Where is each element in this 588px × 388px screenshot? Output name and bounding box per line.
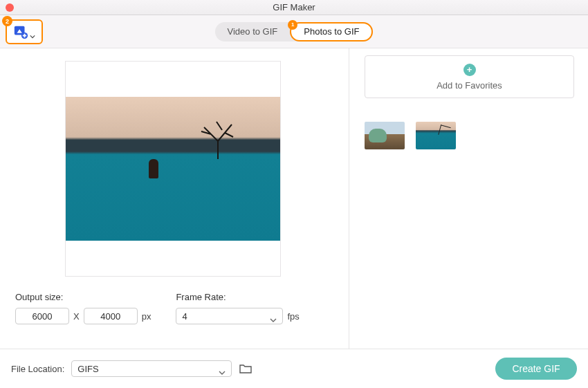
close-window-button[interactable] (6, 3, 14, 12)
chevron-down-icon (30, 29, 35, 35)
fps-unit: fps (287, 311, 299, 322)
tree-silhouette-icon (197, 118, 239, 159)
add-to-favorites-button[interactable]: + Add to Favorites (365, 55, 574, 98)
frame-rate-select[interactable]: 4 (176, 308, 283, 324)
bottom-bar: File Location: GIFS Create GIF (0, 349, 588, 388)
folder-icon (239, 362, 252, 376)
output-size-label: Output size: (15, 292, 151, 302)
main-area: Output size: X px Frame Rate: 4 (0, 48, 588, 349)
create-gif-button[interactable]: Create GIF (495, 358, 577, 380)
plus-icon: + (463, 64, 476, 76)
output-height-input[interactable] (84, 308, 138, 324)
thumbnail-item[interactable] (365, 122, 405, 149)
size-unit: px (142, 311, 151, 322)
favorites-label: Add to Favorites (437, 80, 502, 91)
window-title: GIF Maker (273, 2, 315, 12)
preview-frame (65, 61, 281, 277)
left-pane: Output size: X px Frame Rate: 4 (0, 48, 349, 349)
toolbar: 2 Video to GIF 1 Photos to GIF (0, 15, 588, 48)
add-media-icon (13, 24, 28, 39)
thumbnail-item[interactable] (416, 122, 456, 149)
controls-row: Output size: X px Frame Rate: 4 (15, 292, 333, 324)
output-width-input[interactable] (15, 308, 69, 324)
chevron-down-icon (219, 367, 226, 371)
open-folder-button[interactable] (239, 362, 252, 376)
frame-rate-group: Frame Rate: 4 fps (176, 292, 299, 324)
frame-rate-label: Frame Rate: (176, 292, 299, 302)
svg-rect-4 (23, 35, 27, 37)
thumbnail-list (365, 122, 574, 149)
tab-video-to-gif[interactable]: Video to GIF (215, 22, 291, 41)
upload-media-button[interactable]: 2 (6, 19, 43, 44)
file-location-value: GIFS (77, 364, 98, 374)
photos-step-badge: 1 (288, 20, 297, 30)
chevron-down-icon (270, 314, 277, 318)
output-size-group: Output size: X px (15, 292, 151, 324)
tab-photos-label: Photos to GIF (304, 26, 359, 37)
person-silhouette-icon (149, 159, 158, 178)
frame-rate-inputs: 4 fps (176, 308, 299, 324)
tab-photos-to-gif[interactable]: 1 Photos to GIF (290, 22, 373, 41)
size-inputs: X px (15, 308, 151, 324)
frame-rate-value: 4 (182, 311, 187, 322)
titlebar: GIF Maker (0, 0, 588, 15)
mode-toggle: Video to GIF 1 Photos to GIF (215, 22, 374, 41)
file-location-select[interactable]: GIFS (71, 360, 232, 377)
upload-count-badge: 2 (2, 16, 12, 26)
file-location-label: File Location: (11, 364, 64, 374)
right-pane: + Add to Favorites (349, 48, 588, 349)
preview-image (66, 97, 280, 241)
dimension-separator: X (73, 311, 80, 322)
